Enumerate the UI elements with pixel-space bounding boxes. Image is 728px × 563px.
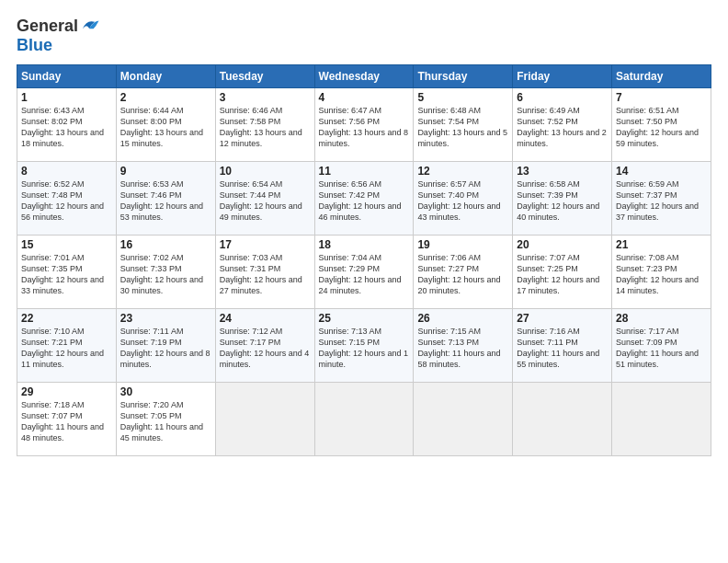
day-info: Sunrise: 6:49 AM Sunset: 7:52 PM Dayligh… bbox=[517, 105, 608, 150]
day-number: 3 bbox=[220, 91, 311, 104]
calendar-cell: 19 Sunrise: 7:06 AM Sunset: 7:27 PM Dayl… bbox=[414, 235, 513, 308]
day-info: Sunrise: 6:52 AM Sunset: 7:48 PM Dayligh… bbox=[21, 178, 112, 224]
day-number: 22 bbox=[21, 312, 112, 325]
weekday-header: Tuesday bbox=[215, 64, 314, 87]
logo-bird-icon bbox=[80, 17, 100, 37]
calendar-cell: 22 Sunrise: 7:10 AM Sunset: 7:21 PM Dayl… bbox=[17, 308, 117, 382]
day-number: 21 bbox=[616, 238, 707, 251]
day-number: 24 bbox=[220, 312, 311, 325]
day-info: Sunrise: 6:58 AM Sunset: 7:39 PM Dayligh… bbox=[517, 178, 608, 224]
calendar-cell: 16 Sunrise: 7:02 AM Sunset: 7:33 PM Dayl… bbox=[116, 235, 215, 308]
weekday-header: Thursday bbox=[414, 64, 513, 87]
day-info: Sunrise: 7:18 AM Sunset: 7:07 PM Dayligh… bbox=[21, 399, 112, 444]
day-number: 29 bbox=[21, 385, 112, 398]
calendar-cell: 25 Sunrise: 7:13 AM Sunset: 7:15 PM Dayl… bbox=[314, 308, 414, 382]
calendar-cell: 30 Sunrise: 7:20 AM Sunset: 7:05 PM Dayl… bbox=[116, 382, 215, 455]
calendar-cell: 28 Sunrise: 7:17 AM Sunset: 7:09 PM Dayl… bbox=[612, 308, 711, 382]
day-info: Sunrise: 7:12 AM Sunset: 7:17 PM Dayligh… bbox=[220, 326, 311, 371]
day-info: Sunrise: 6:46 AM Sunset: 7:58 PM Dayligh… bbox=[220, 105, 311, 150]
day-number: 17 bbox=[220, 238, 311, 251]
calendar-cell: 21 Sunrise: 7:08 AM Sunset: 7:23 PM Dayl… bbox=[612, 235, 711, 308]
weekday-header: Wednesday bbox=[314, 64, 414, 87]
day-number: 19 bbox=[417, 238, 508, 251]
weekday-header: Saturday bbox=[612, 64, 711, 87]
day-info: Sunrise: 6:44 AM Sunset: 8:00 PM Dayligh… bbox=[120, 105, 211, 150]
day-number: 6 bbox=[517, 91, 608, 104]
day-info: Sunrise: 6:48 AM Sunset: 7:54 PM Dayligh… bbox=[417, 105, 508, 150]
day-number: 2 bbox=[120, 91, 211, 104]
calendar-cell: 1 Sunrise: 6:43 AM Sunset: 8:02 PM Dayli… bbox=[17, 87, 117, 161]
day-number: 10 bbox=[220, 165, 311, 178]
calendar-cell: 8 Sunrise: 6:52 AM Sunset: 7:48 PM Dayli… bbox=[17, 161, 117, 235]
calendar-cell: 5 Sunrise: 6:48 AM Sunset: 7:54 PM Dayli… bbox=[414, 87, 513, 161]
day-info: Sunrise: 7:15 AM Sunset: 7:13 PM Dayligh… bbox=[417, 326, 508, 371]
day-info: Sunrise: 7:03 AM Sunset: 7:31 PM Dayligh… bbox=[220, 252, 311, 297]
calendar-cell: 18 Sunrise: 7:04 AM Sunset: 7:29 PM Dayl… bbox=[314, 235, 414, 308]
day-info: Sunrise: 7:20 AM Sunset: 7:05 PM Dayligh… bbox=[120, 399, 211, 444]
day-number: 7 bbox=[616, 91, 707, 104]
day-number: 14 bbox=[616, 165, 707, 178]
day-info: Sunrise: 6:53 AM Sunset: 7:46 PM Dayligh… bbox=[120, 178, 211, 224]
calendar-cell: 10 Sunrise: 6:54 AM Sunset: 7:44 PM Dayl… bbox=[215, 161, 314, 235]
calendar-cell: 23 Sunrise: 7:11 AM Sunset: 7:19 PM Dayl… bbox=[116, 308, 215, 382]
calendar-cell: 2 Sunrise: 6:44 AM Sunset: 8:00 PM Dayli… bbox=[116, 87, 215, 161]
calendar-cell: 12 Sunrise: 6:57 AM Sunset: 7:40 PM Dayl… bbox=[414, 161, 513, 235]
calendar-cell: 6 Sunrise: 6:49 AM Sunset: 7:52 PM Dayli… bbox=[513, 87, 612, 161]
calendar-cell: 15 Sunrise: 7:01 AM Sunset: 7:35 PM Dayl… bbox=[17, 235, 117, 308]
day-number: 27 bbox=[517, 312, 608, 325]
calendar-cell: 14 Sunrise: 6:59 AM Sunset: 7:37 PM Dayl… bbox=[612, 161, 711, 235]
calendar-cell: 24 Sunrise: 7:12 AM Sunset: 7:17 PM Dayl… bbox=[215, 308, 314, 382]
logo: General Blue bbox=[17, 17, 100, 55]
day-number: 1 bbox=[21, 91, 112, 104]
calendar-cell: 13 Sunrise: 6:58 AM Sunset: 7:39 PM Dayl… bbox=[513, 161, 612, 235]
day-info: Sunrise: 6:43 AM Sunset: 8:02 PM Dayligh… bbox=[21, 105, 112, 150]
calendar-cell bbox=[215, 382, 314, 455]
day-number: 25 bbox=[319, 312, 410, 325]
day-number: 4 bbox=[319, 91, 410, 104]
day-number: 28 bbox=[616, 312, 707, 325]
day-number: 26 bbox=[417, 312, 508, 325]
calendar-table: SundayMondayTuesdayWednesdayThursdayFrid… bbox=[17, 64, 711, 456]
calendar-cell: 3 Sunrise: 6:46 AM Sunset: 7:58 PM Dayli… bbox=[215, 87, 314, 161]
day-info: Sunrise: 7:17 AM Sunset: 7:09 PM Dayligh… bbox=[616, 326, 707, 371]
day-info: Sunrise: 7:11 AM Sunset: 7:19 PM Dayligh… bbox=[120, 326, 211, 371]
day-number: 5 bbox=[417, 91, 508, 104]
calendar-cell bbox=[513, 382, 612, 455]
day-info: Sunrise: 6:59 AM Sunset: 7:37 PM Dayligh… bbox=[616, 178, 707, 224]
day-info: Sunrise: 6:51 AM Sunset: 7:50 PM Dayligh… bbox=[616, 105, 707, 150]
day-info: Sunrise: 7:04 AM Sunset: 7:29 PM Dayligh… bbox=[319, 252, 410, 297]
day-number: 12 bbox=[417, 165, 508, 178]
day-info: Sunrise: 7:01 AM Sunset: 7:35 PM Dayligh… bbox=[21, 252, 112, 297]
calendar-cell: 9 Sunrise: 6:53 AM Sunset: 7:46 PM Dayli… bbox=[116, 161, 215, 235]
logo-blue: Blue bbox=[17, 37, 100, 55]
calendar-cell: 26 Sunrise: 7:15 AM Sunset: 7:13 PM Dayl… bbox=[414, 308, 513, 382]
day-info: Sunrise: 6:47 AM Sunset: 7:56 PM Dayligh… bbox=[319, 105, 410, 150]
day-number: 23 bbox=[120, 312, 211, 325]
weekday-header: Friday bbox=[513, 64, 612, 87]
weekday-header: Sunday bbox=[17, 64, 117, 87]
day-number: 15 bbox=[21, 238, 112, 251]
logo-general: General bbox=[17, 17, 78, 36]
calendar-cell bbox=[612, 382, 711, 455]
calendar-cell: 27 Sunrise: 7:16 AM Sunset: 7:11 PM Dayl… bbox=[513, 308, 612, 382]
calendar-cell: 29 Sunrise: 7:18 AM Sunset: 7:07 PM Dayl… bbox=[17, 382, 117, 455]
day-number: 11 bbox=[319, 165, 410, 178]
day-info: Sunrise: 7:10 AM Sunset: 7:21 PM Dayligh… bbox=[21, 326, 112, 371]
day-number: 16 bbox=[120, 238, 211, 251]
day-number: 9 bbox=[120, 165, 211, 178]
calendar-cell: 11 Sunrise: 6:56 AM Sunset: 7:42 PM Dayl… bbox=[314, 161, 414, 235]
day-number: 20 bbox=[517, 238, 608, 251]
day-info: Sunrise: 7:07 AM Sunset: 7:25 PM Dayligh… bbox=[517, 252, 608, 297]
day-info: Sunrise: 7:08 AM Sunset: 7:23 PM Dayligh… bbox=[616, 252, 707, 297]
day-number: 8 bbox=[21, 165, 112, 178]
calendar-cell: 17 Sunrise: 7:03 AM Sunset: 7:31 PM Dayl… bbox=[215, 235, 314, 308]
calendar-cell: 4 Sunrise: 6:47 AM Sunset: 7:56 PM Dayli… bbox=[314, 87, 414, 161]
calendar-cell bbox=[414, 382, 513, 455]
calendar-cell bbox=[314, 382, 414, 455]
day-info: Sunrise: 7:16 AM Sunset: 7:11 PM Dayligh… bbox=[517, 326, 608, 371]
day-info: Sunrise: 7:02 AM Sunset: 7:33 PM Dayligh… bbox=[120, 252, 211, 297]
day-info: Sunrise: 7:06 AM Sunset: 7:27 PM Dayligh… bbox=[417, 252, 508, 297]
calendar-cell: 7 Sunrise: 6:51 AM Sunset: 7:50 PM Dayli… bbox=[612, 87, 711, 161]
day-info: Sunrise: 6:54 AM Sunset: 7:44 PM Dayligh… bbox=[220, 178, 311, 224]
day-number: 30 bbox=[120, 385, 211, 398]
